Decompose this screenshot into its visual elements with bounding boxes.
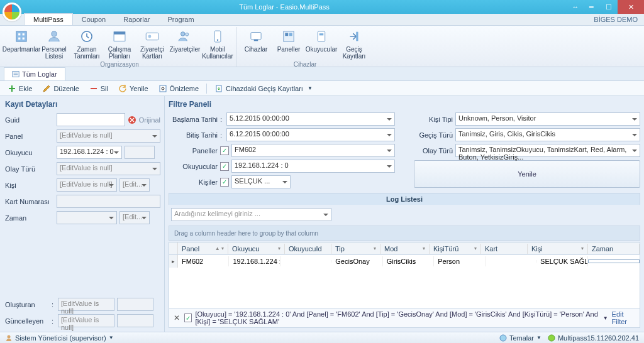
plus-icon xyxy=(8,84,16,93)
device-icon xyxy=(248,28,264,45)
col-okuyucu[interactable]: Okuyucu▾ xyxy=(228,244,285,254)
svg-rect-3 xyxy=(18,38,20,40)
guid-input[interactable] xyxy=(57,113,125,126)
paneller-checkbox[interactable] xyxy=(220,146,229,155)
kisitipi-combo[interactable]: Unknown, Person, Visitor xyxy=(455,112,640,126)
kisitipi-label: Kişi Tipi xyxy=(414,116,453,123)
doc-tab-tum-loglar[interactable]: Tüm Loglar xyxy=(4,67,65,80)
details-pane: Kayıt Detayları Guid Orijinal Panel [Edi… xyxy=(0,96,165,332)
guncelleyen-user: [EditValue is null] xyxy=(58,314,114,327)
svg-rect-9 xyxy=(146,33,158,40)
minus-icon xyxy=(89,84,98,93)
ribbon-paneller[interactable]: Paneller xyxy=(272,27,305,61)
zaman-combo[interactable] xyxy=(57,211,117,224)
svg-rect-8 xyxy=(114,32,125,35)
col-tip[interactable]: Tip▾ xyxy=(331,244,380,254)
clear-filter-icon[interactable]: ✕ xyxy=(173,313,180,322)
okuyucu-extra-input[interactable] xyxy=(125,146,155,159)
col-kisituru[interactable]: KişiTürü▾ xyxy=(430,244,481,254)
filter-active-checkbox[interactable] xyxy=(184,313,192,322)
okuyucu-combo[interactable]: 192.168.1.224 : 0 xyxy=(57,146,122,159)
col-okuyucuid[interactable]: OkuyucuId xyxy=(285,244,331,254)
ribbon-calisma-planlari[interactable]: ÇalışmaPlanları xyxy=(103,27,136,61)
close-button[interactable]: ✕ xyxy=(618,0,644,14)
baslama-combo[interactable]: 5.12.2015 00:00:00 xyxy=(226,112,395,126)
paneller-combo[interactable]: FM602 xyxy=(231,144,395,157)
restore-down-icon[interactable]: ↔ xyxy=(569,0,582,14)
olayturu-combo[interactable]: [EditValue is null] xyxy=(57,162,160,175)
ribbon: Departmanlar PersonelListesi ZamanTanıml… xyxy=(0,26,644,67)
app-logo-icon[interactable] xyxy=(3,3,21,21)
col-kart[interactable]: Kart xyxy=(481,244,528,254)
filter-olayturu-label: Olay Türü xyxy=(414,147,453,155)
kisiler-checkbox[interactable] xyxy=(220,178,229,187)
building-icon xyxy=(13,28,30,45)
loglist-search[interactable]: Aradığınız kelimeyi giriniz ... xyxy=(171,208,331,221)
tab-coupon[interactable]: Coupon xyxy=(73,14,115,25)
toolbar-ekle[interactable]: Ekle xyxy=(5,83,35,94)
kisi-ext-combo[interactable]: [Edit... xyxy=(119,178,150,192)
ribbon-okuyucular[interactable]: Okuyucular xyxy=(305,27,338,61)
tab-raporlar[interactable]: Raporlar xyxy=(114,14,158,25)
status-temalar[interactable]: Temalar ▼ xyxy=(499,334,541,342)
ribbon-gecis-kayitlari[interactable]: GeçişKayıtları xyxy=(338,27,370,61)
ribbon-personel-listesi[interactable]: PersonelListesi xyxy=(38,27,70,61)
col-panel[interactable]: Panel▲ ▾ xyxy=(178,244,228,254)
edit-filter-link[interactable]: Edit Filter xyxy=(612,310,636,325)
toolbar-onizleme[interactable]: Önizleme xyxy=(156,83,201,94)
ribbon-ziyaretci-kartlari[interactable]: ZiyaretçiKartları xyxy=(136,27,169,61)
svg-rect-4 xyxy=(23,38,25,40)
col-kisi[interactable]: Kişi▾ xyxy=(528,244,588,254)
gecisturu-label: Geçiş Türü xyxy=(414,131,453,139)
filter-olayturu-combo[interactable]: Tanimsiz, TanimsizOkuyucu, TanimsizKart,… xyxy=(455,144,640,157)
palette-icon xyxy=(499,334,507,342)
paneller-label: Paneller xyxy=(169,147,218,155)
svg-rect-20 xyxy=(318,31,325,41)
minimize-button[interactable]: ━ xyxy=(582,0,600,14)
okuyucular-checkbox[interactable] xyxy=(220,162,229,171)
tab-multipass[interactable]: MultiPass xyxy=(24,13,73,25)
svg-rect-16 xyxy=(254,40,258,41)
gecisturu-combo[interactable]: Tanimsiz, Giris, Cikis, GirisCikis xyxy=(455,128,640,141)
olayturu-label: Olay Türü xyxy=(5,165,54,173)
ribbon-mobil-kullanicilar[interactable]: MobilKullanıcılar xyxy=(201,27,234,61)
kartnum-input[interactable] xyxy=(57,195,160,208)
bitis-combo[interactable]: 6.12.2015 00:00:00 xyxy=(226,128,395,141)
toolbar-cihazdaki-gecis[interactable]: Cihazdaki Geçiş Kayıtları▼ xyxy=(212,83,315,94)
ribbon-zaman-tanimlari[interactable]: ZamanTanımları xyxy=(70,27,103,61)
kisiler-combo[interactable]: SELÇUK ... xyxy=(231,175,291,188)
kisi-label: Kişi xyxy=(5,182,54,189)
baslama-label: Başlama Tarihi xyxy=(169,116,218,123)
zaman-label: Zaman xyxy=(5,214,54,222)
grouping-bar[interactable]: Drag a column header here to group by th… xyxy=(169,226,640,241)
table-row[interactable]: ▸ FM602 192.168.1.224 : 0 GecisOnay Giri… xyxy=(169,255,640,268)
kisi-combo[interactable]: [EditValue is null] xyxy=(57,178,117,192)
pencil-icon xyxy=(42,84,51,93)
ribbon-departmanlar[interactable]: Departmanlar xyxy=(5,27,38,61)
preview-icon xyxy=(158,84,167,93)
panel-combo[interactable]: [EditValue is null] xyxy=(57,129,160,143)
ribbon-group-cihazlar: Cihazlar xyxy=(294,61,317,68)
status-user[interactable]: Sistem Yöneticisi (supervisor) ▼ xyxy=(5,334,114,342)
ribbon-ziyaretciler[interactable]: Ziyaretçiler xyxy=(169,27,201,61)
ribbon-group-organizasyon: Organizasyon xyxy=(100,61,139,68)
toolbar-duzenle[interactable]: Düzenle xyxy=(40,83,81,94)
svg-point-10 xyxy=(148,35,152,38)
olusturan-label: Oluşturan xyxy=(5,301,49,308)
toolbar-yenile[interactable]: Yenile xyxy=(116,83,151,94)
right-pane: Filtre Paneli Başlama Tarihi:5.12.2015 0… xyxy=(165,96,644,332)
col-zaman[interactable]: Zaman xyxy=(588,244,640,254)
col-mod[interactable]: Mod▾ xyxy=(380,244,430,254)
ribbon-cihazlar[interactable]: Cihazlar xyxy=(240,27,272,61)
okuyucular-combo[interactable]: 192.168.1.224 : 0 xyxy=(231,160,395,173)
zaman-ext-combo[interactable]: [Edit... xyxy=(119,211,150,224)
toolbar-sil[interactable]: Sil xyxy=(87,83,111,94)
guncelleyen-label: Güncelleyen xyxy=(5,317,49,325)
title-bar: Tüm Loglar - Easio.MultiPass ↔ ━ ☐ ✕ xyxy=(0,0,644,14)
tab-program[interactable]: Program xyxy=(158,14,203,25)
yenile-button[interactable]: Yenile xyxy=(414,160,640,188)
visitors-icon xyxy=(177,28,193,45)
row-indicator-header xyxy=(169,242,178,254)
svg-rect-0 xyxy=(16,31,26,41)
maximize-button[interactable]: ☐ xyxy=(600,0,618,14)
